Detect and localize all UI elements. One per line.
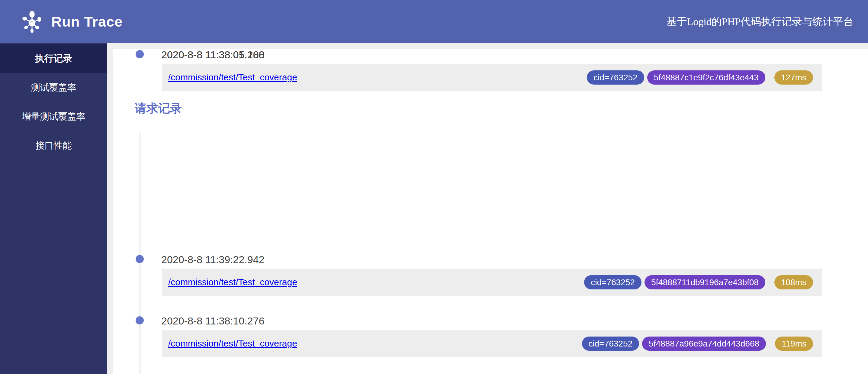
sidebar-item-api-performance[interactable]: 接口性能: [0, 131, 107, 160]
record-timestamp: 2020-8-8 11:39:22.942: [161, 253, 265, 266]
logid-badge: 5f4888711db9196a7e43bf08: [645, 275, 765, 289]
timeline-dot: [135, 255, 144, 263]
record-badges: cid=763252 5f48887a96e9a74dd443d668 119m…: [582, 337, 813, 351]
sidebar-nav: 执行记录 测试覆盖率 增量测试覆盖率 接口性能: [0, 43, 107, 374]
record-path-link[interactable]: /commission/test/Test_coverage: [168, 338, 297, 349]
sidebar-item-incremental-test-coverage[interactable]: 增量测试覆盖率: [0, 102, 107, 131]
duration-badge: 119ms: [775, 337, 813, 351]
logid-badge: 5f48887c1e9f2c76df43e443: [647, 70, 765, 85]
record-path-link[interactable]: /commission/test/Test_coverage: [168, 72, 297, 83]
timeline-dot: [135, 50, 144, 58]
cid-badge: cid=763252: [584, 275, 642, 289]
record-box: /commission/test/Test_coverage cid=76325…: [162, 64, 822, 91]
record-row: 2020-8-8 11:38:01.288 /commission/test/T…: [113, 49, 868, 111]
record-box: /commission/test/Test_coverage cid=76325…: [162, 330, 822, 357]
record-badges: cid=763252 5f4888711db9196a7e43bf08 108m…: [584, 275, 813, 289]
app-title: Run Trace: [51, 13, 123, 30]
sidebar-item-test-coverage[interactable]: 测试覆盖率: [0, 73, 107, 102]
duration-badge: 127ms: [774, 70, 813, 85]
record-row: 2020-8-8 11:38:10.276 /commission/test/T…: [113, 315, 868, 374]
record-path-link[interactable]: /commission/test/Test_coverage: [168, 277, 297, 287]
duration-badge: 108ms: [774, 275, 813, 289]
page: Run Trace 基于Logid的PHP代码执行记录与统计平台 执行记录 测试…: [0, 0, 868, 374]
record-timestamp: 2020-8-8 11:38:01.288: [161, 49, 265, 61]
timeline-dot: [135, 316, 144, 324]
record-row: 2020-8-8 11:39:22.942 /commission/test/T…: [113, 254, 868, 315]
record-box: /commission/test/Test_coverage cid=76325…: [162, 269, 822, 296]
app-header: Run Trace 基于Logid的PHP代码执行记录与统计平台: [0, 0, 868, 43]
record-timestamp: 2020-8-8 11:38:10.276: [161, 315, 265, 327]
molecule-icon: [21, 11, 43, 33]
cid-badge: cid=763252: [582, 337, 639, 351]
logid-badge: 5f48887a96e9a74dd443d668: [642, 337, 766, 351]
record-badges: cid=763252 5f48887c1e9f2c76df43e443 127m…: [587, 70, 813, 85]
sidebar-item-run-records[interactable]: 执行记录: [0, 44, 107, 73]
app-tagline: 基于Logid的PHP代码执行记录与统计平台: [666, 15, 854, 29]
cid-badge: cid=763252: [587, 70, 644, 85]
main-panel: 如何查询？ 请求记录 2020-8-8 11:39:22.942 /commis…: [113, 49, 868, 374]
